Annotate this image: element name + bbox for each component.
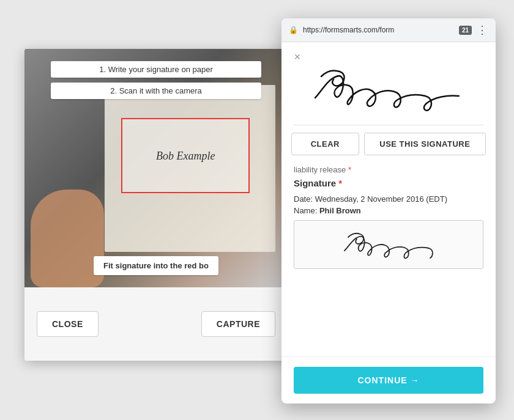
signature-display-area: ✕ — [281, 42, 496, 133]
signature-capture-box: Bob Example — [121, 118, 250, 193]
instruction-1: 1. Write your signature on paper — [51, 61, 261, 78]
signature-field-label: Signature * — [294, 178, 483, 188]
name-value-text: Phil Brown — [319, 206, 361, 215]
name-meta: Name: Phil Brown — [294, 206, 483, 215]
close-button[interactable]: CLOSE — [37, 311, 99, 337]
signature-preview-text: Bob Example — [156, 149, 215, 162]
browser-menu-icon[interactable]: ⋮ — [477, 23, 488, 37]
tab-count[interactable]: 21 — [459, 26, 472, 35]
lock-icon: 🔒 — [289, 26, 298, 34]
camera-instructions: 1. Write your signature on paper 2. Scan… — [51, 61, 261, 99]
instruction-2: 2. Scan it with the camera — [51, 83, 261, 99]
camera-panel: Bob Example 1. Write your signature on p… — [24, 49, 288, 361]
required-star-2: * — [338, 178, 342, 188]
required-star: * — [348, 165, 351, 174]
continue-button[interactable]: CONTINUE → — [294, 367, 483, 394]
url-bar: https://formsmarts.com/form — [303, 26, 454, 34]
camera-background: Bob Example 1. Write your signature on p… — [24, 49, 288, 287]
fit-instruction: Fit signature into the red bo — [94, 256, 218, 275]
camera-view: Bob Example 1. Write your signature on p… — [24, 49, 288, 287]
action-buttons: CLEAR USE THIS SIGNATURE — [281, 133, 496, 165]
mobile-browser-panel: 🔒 https://formsmarts.com/form 21 ⋮ ✕ CLE… — [281, 18, 496, 403]
signature-preview-box — [294, 220, 483, 269]
form-content: liability release * Signature * Date: We… — [281, 165, 496, 356]
signature-image-area — [294, 52, 483, 125]
paper-area: Bob Example — [105, 85, 276, 252]
close-x-icon[interactable]: ✕ — [294, 52, 301, 62]
date-meta: Date: Wednesday, 2 November 2016 (EDT) — [294, 194, 483, 204]
capture-button[interactable]: CAPTURE — [201, 311, 275, 337]
camera-bottom-bar: CLOSE CAPTURE — [24, 287, 288, 361]
name-label-text: Name: — [294, 206, 317, 215]
use-signature-button[interactable]: USE THIS SIGNATURE — [364, 133, 486, 155]
signature-svg-large — [309, 58, 468, 119]
signature-svg-small — [340, 226, 438, 263]
continue-bar: CONTINUE → — [281, 356, 496, 403]
form-section-label: liability release * — [294, 165, 483, 174]
clear-button[interactable]: CLEAR — [291, 133, 359, 155]
browser-bar: 🔒 https://formsmarts.com/form 21 ⋮ — [281, 18, 496, 42]
